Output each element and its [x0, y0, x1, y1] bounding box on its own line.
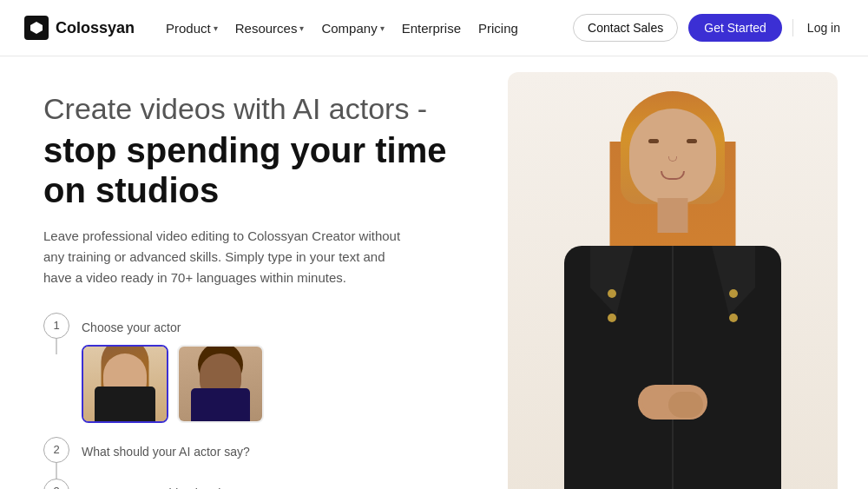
step-line-2	[56, 463, 57, 479]
step-1-body: Choose your actor	[82, 313, 264, 437]
step-1-circle: 1	[43, 313, 69, 339]
hands	[638, 385, 707, 420]
step-3-connector: 3	[43, 479, 69, 489]
nav-enterprise[interactable]: Enterprise	[395, 16, 468, 41]
logo-shape-icon	[30, 21, 43, 35]
actor-2-image[interactable]	[177, 345, 264, 423]
nav-pricing[interactable]: Pricing	[471, 16, 525, 41]
hero-description: Leave professional video editing to Colo…	[43, 226, 417, 288]
navbar: Colossyan Product ▾ Resources ▾ Company …	[0, 0, 868, 56]
nav-resources[interactable]: Resources ▾	[228, 16, 312, 41]
step-2: 2 What should your AI actor say?	[43, 437, 477, 479]
nav-product[interactable]: Product ▾	[159, 16, 225, 41]
login-button[interactable]: Log in	[804, 16, 844, 40]
step-line-1	[56, 339, 57, 354]
actor-images	[82, 345, 264, 423]
chevron-down-icon: ▾	[214, 23, 218, 33]
nav-divider	[792, 19, 793, 36]
step-1-label: Choose your actor	[82, 316, 264, 334]
hero-subtitle: Create videos with AI actors -	[43, 91, 477, 127]
brand-name: Colossyan	[56, 19, 135, 37]
actor-1-image[interactable]	[82, 345, 168, 423]
step-2-connector: 2	[43, 437, 69, 479]
nav-right: Contact Sales Get Started Log in	[573, 14, 844, 42]
step-1-connector: 1	[43, 313, 69, 354]
hero-section: Create videos with AI actors - stop spen…	[0, 56, 868, 489]
step-2-label: What should your AI actor say?	[82, 440, 250, 459]
get-started-nav-button[interactable]: Get Started	[688, 14, 782, 42]
chevron-down-icon: ▾	[380, 23, 385, 33]
logo[interactable]: Colossyan	[24, 16, 135, 40]
nav-left: Colossyan Product ▾ Resources ▾ Company …	[24, 16, 525, 41]
ai-actor-figure	[508, 72, 838, 489]
step-3-circle: 3	[43, 479, 69, 489]
logo-icon	[24, 16, 49, 40]
step-1: 1 Choose your actor	[43, 313, 477, 437]
nav-company[interactable]: Company ▾	[314, 16, 391, 41]
step-3-label: Generate your video in minutes	[82, 482, 251, 489]
chevron-down-icon: ▾	[299, 23, 304, 33]
svg-marker-0	[30, 22, 43, 34]
person-body	[508, 72, 838, 489]
hero-title: stop spending your time on studios	[43, 130, 477, 210]
step-3: 3 Generate your video in minutes	[43, 479, 477, 489]
steps-list: 1 Choose your actor	[43, 313, 477, 489]
jacket-body	[564, 246, 781, 489]
nav-links: Product ▾ Resources ▾ Company ▾ Enterpri…	[159, 16, 525, 41]
step-2-body: What should your AI actor say?	[82, 437, 250, 459]
contact-sales-button[interactable]: Contact Sales	[573, 14, 678, 42]
hero-image-area	[477, 56, 868, 489]
face	[629, 109, 716, 204]
step-2-circle: 2	[43, 437, 69, 463]
step-3-body: Generate your video in minutes	[82, 479, 251, 489]
hero-content: Create videos with AI actors - stop spen…	[0, 56, 477, 489]
